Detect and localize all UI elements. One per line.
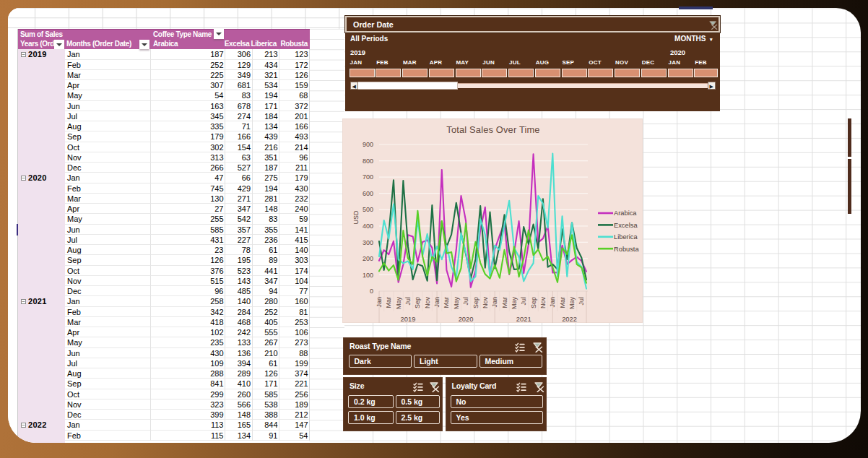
svg-text:200: 200 [363, 255, 373, 262]
svg-text:Mar: Mar [559, 297, 566, 308]
svg-text:May: May [568, 297, 576, 310]
svg-text:300: 300 [363, 239, 373, 246]
svg-text:Arabica: Arabica [614, 209, 637, 217]
svg-text:Jan: Jan [433, 297, 440, 308]
svg-text:Mar: Mar [385, 297, 392, 308]
svg-text:900: 900 [363, 141, 373, 148]
svg-text:800: 800 [363, 157, 373, 165]
svg-text:Robusta: Robusta [614, 246, 639, 253]
svg-text:Jul: Jul [520, 297, 527, 306]
svg-text:2022: 2022 [562, 315, 577, 323]
svg-text:May: May [395, 297, 402, 310]
svg-text:Jan: Jan [549, 297, 556, 308]
svg-text:0: 0 [370, 288, 373, 295]
svg-text:May: May [453, 297, 460, 310]
svg-text:Jan: Jan [376, 297, 383, 308]
svg-text:Sep: Sep [414, 297, 421, 308]
svg-text:600: 600 [363, 190, 373, 197]
svg-text:700: 700 [363, 173, 373, 181]
svg-text:Jan: Jan [491, 297, 498, 308]
svg-text:Nov: Nov [482, 297, 489, 309]
svg-text:Nov: Nov [539, 297, 547, 309]
svg-text:Jul: Jul [578, 297, 585, 306]
svg-text:Mar: Mar [501, 297, 508, 308]
svg-text:400: 400 [363, 222, 373, 230]
svg-text:Sep: Sep [472, 297, 479, 308]
svg-text:Jul: Jul [462, 297, 469, 306]
svg-text:Sep: Sep [530, 297, 537, 308]
svg-text:2019: 2019 [401, 315, 416, 323]
svg-text:Jul: Jul [404, 297, 412, 306]
svg-text:2021: 2021 [516, 315, 531, 323]
svg-text:Mar: Mar [443, 297, 450, 308]
svg-text:100: 100 [363, 272, 373, 279]
svg-text:May: May [511, 297, 518, 310]
svg-text:Nov: Nov [424, 297, 431, 309]
svg-text:2020: 2020 [459, 315, 474, 323]
svg-text:500: 500 [363, 206, 373, 213]
svg-text:USD: USD [352, 210, 360, 225]
svg-text:Liberica: Liberica [614, 233, 638, 241]
svg-text:Excelsa: Excelsa [614, 222, 638, 229]
